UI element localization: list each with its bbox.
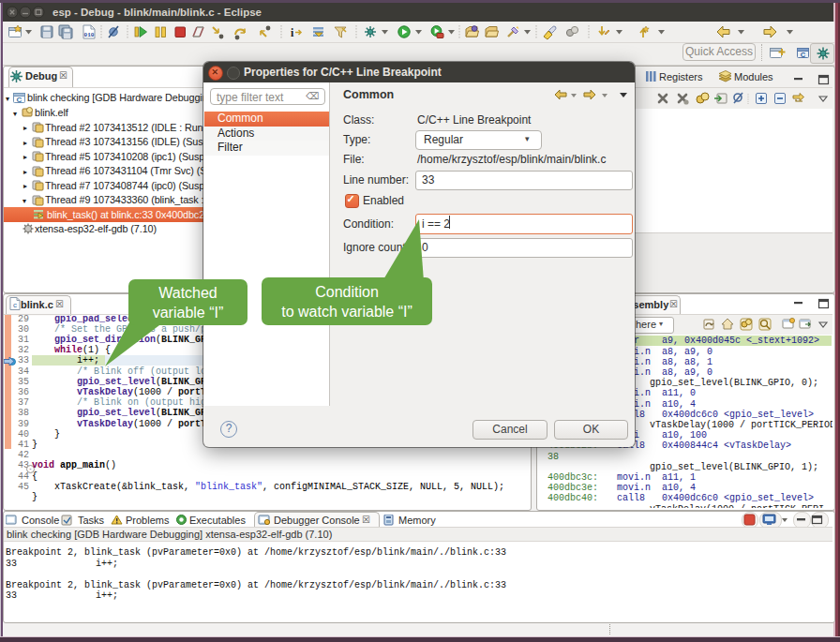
svg-text:010: 010: [84, 32, 95, 38]
svg-text:C: C: [801, 51, 806, 59]
svg-text:c: c: [13, 301, 17, 309]
svg-text:C: C: [17, 96, 22, 104]
svg-text:i: i: [291, 26, 294, 39]
